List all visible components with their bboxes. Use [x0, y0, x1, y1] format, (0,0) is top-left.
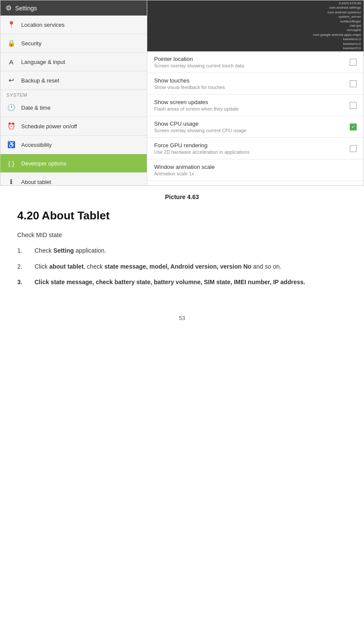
sidebar-item-security[interactable]: 🔒 Security [0, 34, 147, 53]
step-1: 1. Check Setting application. [17, 246, 347, 255]
bold-setting: Setting [54, 247, 74, 254]
row-title: Show screen updates [154, 99, 239, 105]
row-title: Show CPU usage [154, 120, 246, 127]
row-window-animation-scale[interactable]: Window animation scale Animation scale 1… [147, 159, 364, 181]
sidebar-item-schedule-power[interactable]: ⏰ Schedule power on/off [0, 117, 147, 136]
sidebar-header: ⚙ Settings [0, 0, 147, 16]
lock-icon: 🔒 [6, 38, 16, 48]
row-title: Force GPU rendering [154, 142, 250, 149]
row-title: Show touches [154, 77, 225, 84]
row-title: Window animation scale [154, 164, 215, 170]
sidebar-item-accessibility[interactable]: ♿ Accessibility [0, 136, 147, 154]
backup-icon: ↩ [6, 76, 16, 85]
sidebar-item-label: Developer options [21, 160, 66, 167]
info-icon: ℹ [6, 177, 16, 186]
row-subtitle: Screen overlay showing current touch dat… [154, 63, 244, 68]
status-text: 5.43/5:47/5:49 com.android.settings com.… [313, 1, 361, 51]
sidebar-item-label: Schedule power on/off [21, 123, 77, 130]
document-body: 4.20 About Tablet Check MID state 1. Che… [0, 205, 364, 311]
bold-state-message: state message, model, Android version, v… [104, 263, 251, 270]
sidebar-item-location-services[interactable]: 📍 Location services [0, 16, 147, 34]
checkbox-force-gpu-rendering[interactable] [350, 145, 357, 152]
row-subtitle: Use 2D hardware acceleration in applicat… [154, 149, 250, 155]
row-subtitle: Flash areas of screen when they update [154, 106, 239, 111]
sidebar-item-label: Accessibility [21, 142, 52, 148]
sidebar-item-backup-reset[interactable]: ↩ Backup & reset [0, 71, 147, 90]
developer-icon: { } [6, 158, 16, 168]
step-number: 1. [17, 246, 35, 255]
row-pointer-location[interactable]: Pointer location Screen overlay showing … [147, 51, 364, 73]
accessibility-icon: ♿ [6, 140, 16, 149]
settings-icon: ⚙ [6, 4, 12, 12]
step-number: 3. [17, 277, 35, 287]
location-icon: 📍 [6, 20, 16, 29]
settings-sidebar: ⚙ Settings 📍 Location services 🔒 Securit… [0, 0, 147, 185]
intro-paragraph: Check MID state [17, 230, 347, 240]
sidebar-item-label: Location services [21, 22, 64, 28]
sidebar-item-date-time[interactable]: 🕐 Date & time [0, 98, 147, 117]
sidebar-item-developer-options[interactable]: { } Developer options [0, 154, 147, 173]
checkbox-show-cpu-usage[interactable]: ✓ [350, 124, 357, 130]
document-heading: 4.20 About Tablet [17, 209, 347, 222]
sidebar-item-language-input[interactable]: A Language & input [0, 53, 147, 71]
step-text: Click about tablet, check state message,… [35, 262, 347, 271]
row-subtitle: Animation scale 1x [154, 171, 215, 176]
row-force-gpu-rendering[interactable]: Force GPU rendering Use 2D hardware acce… [147, 138, 364, 159]
sidebar-header-label: Settings [15, 5, 37, 12]
sidebar-item-label: Language & input [21, 59, 65, 65]
sidebar-item-label: Security [21, 40, 41, 47]
step-text: Click state message, check battery state… [35, 277, 347, 287]
sidebar-item-about-tablet[interactable]: ℹ About tablet [0, 173, 147, 186]
language-icon: A [6, 57, 16, 67]
row-title: Pointer location [154, 56, 244, 62]
clock-icon: 🕐 [6, 103, 16, 112]
sidebar-item-label: Date & time [21, 105, 51, 111]
row-subtitle: Screen overlay showing current CPU usage [154, 128, 246, 133]
row-show-touches[interactable]: Show touches Show visual feedback for to… [147, 73, 364, 95]
step-number: 2. [17, 262, 35, 271]
step-3: 3. Click state message, check battery st… [17, 277, 347, 287]
status-bar: 5.43/5:47/5:49 com.android.settings com.… [147, 0, 364, 51]
row-show-cpu-usage[interactable]: Show CPU usage Screen overlay showing cu… [147, 116, 364, 138]
step-text: Check Setting application. [35, 246, 347, 255]
bold-state-message-3: state message, [51, 279, 94, 285]
step-2: 2. Click about tablet, check state messa… [17, 262, 347, 271]
sidebar-item-label: Backup & reset [21, 77, 59, 84]
steps-list: 1. Check Setting application. 2. Click a… [17, 246, 347, 287]
row-transition-animation-scale[interactable]: Transition animation scale Animation sca… [147, 181, 364, 185]
screenshot-container: ⚙ Settings 📍 Location services 🔒 Securit… [0, 0, 364, 186]
figure-caption: Picture 4.63 [0, 193, 364, 200]
content-panel: 5.43/5:47/5:49 com.android.settings com.… [147, 0, 364, 185]
power-icon: ⏰ [6, 121, 16, 131]
bold-about-tablet: about tablet [49, 263, 83, 270]
developer-options-content: Pointer location Screen overlay showing … [147, 51, 364, 185]
page-number: 53 [0, 315, 364, 321]
row-show-screen-updates[interactable]: Show screen updates Flash areas of scree… [147, 95, 364, 116]
system-section-label: SYSTEM [0, 90, 147, 98]
checkbox-show-touches[interactable] [350, 80, 357, 87]
row-subtitle: Show visual feedback for touches [154, 85, 225, 90]
checkbox-show-screen-updates[interactable] [350, 102, 357, 109]
sidebar-item-label: About tablet [21, 179, 51, 185]
checkbox-pointer-location[interactable] [350, 59, 357, 66]
bold-battery-state: battery state, battery volumne, SIM stat… [114, 279, 305, 285]
